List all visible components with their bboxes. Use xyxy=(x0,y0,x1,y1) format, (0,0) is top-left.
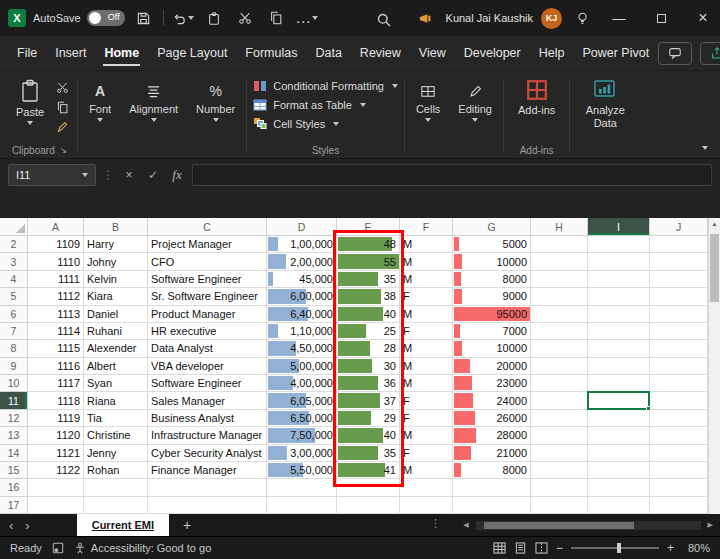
cell-F16[interactable] xyxy=(400,479,453,496)
cell-C10[interactable]: Software Engineer xyxy=(148,375,267,392)
cell-D14[interactable]: 3,00,000 xyxy=(267,445,337,462)
formula-input[interactable] xyxy=(192,164,712,186)
cell-A11[interactable]: 1118 xyxy=(28,392,84,409)
menu-tab-help[interactable]: Help xyxy=(530,36,574,70)
autosave-toggle[interactable]: Off xyxy=(87,10,125,26)
copy-quick-button[interactable] xyxy=(264,5,288,31)
cell-B8[interactable]: Alexender xyxy=(84,340,148,357)
paste-button[interactable]: Paste xyxy=(8,74,52,125)
search-button[interactable] xyxy=(372,7,396,33)
row-header-13[interactable]: 13 xyxy=(0,427,28,444)
cell-I3[interactable] xyxy=(588,253,650,270)
row-header-7[interactable]: 7 xyxy=(0,323,28,340)
cell-A3[interactable]: 1110 xyxy=(28,253,84,270)
cell-C9[interactable]: VBA developer xyxy=(148,358,267,375)
cell-C14[interactable]: Cyber Security Analyst xyxy=(148,445,267,462)
column-header-A[interactable]: A xyxy=(28,218,84,236)
sheet-tab-current-emi[interactable]: Current EMI xyxy=(77,514,169,536)
cell-B14[interactable]: Jenny xyxy=(84,445,148,462)
cell-E8[interactable]: 28 xyxy=(337,340,400,357)
cell-A8[interactable]: 1115 xyxy=(28,340,84,357)
excel-logo-icon[interactable]: X xyxy=(8,9,26,27)
cell-I14[interactable] xyxy=(588,445,650,462)
font-group-button[interactable]: A Font xyxy=(80,74,120,158)
cell-F2[interactable]: M xyxy=(400,236,453,253)
cut-button[interactable] xyxy=(56,81,69,94)
more-commands-button[interactable]: … xyxy=(295,5,319,31)
cell-E7[interactable]: 25 xyxy=(337,323,400,340)
cell-H6[interactable] xyxy=(531,306,588,323)
cell-F8[interactable]: M xyxy=(400,340,453,357)
cell-C2[interactable]: Project Manager xyxy=(148,236,267,253)
cell-J7[interactable] xyxy=(650,323,708,340)
enter-button[interactable]: ✓ xyxy=(144,164,162,186)
cell-H2[interactable] xyxy=(531,236,588,253)
cell-B7[interactable]: Ruhani xyxy=(84,323,148,340)
cell-I12[interactable] xyxy=(588,410,650,427)
format-painter-button[interactable] xyxy=(56,121,69,134)
comments-button[interactable] xyxy=(658,42,692,65)
cell-I17[interactable] xyxy=(588,497,650,514)
row-header-5[interactable]: 5 xyxy=(0,288,28,305)
tips-button[interactable] xyxy=(570,5,594,31)
undo-button[interactable] xyxy=(171,5,195,31)
cell-B5[interactable]: Kiara xyxy=(84,288,148,305)
cell-B10[interactable]: Syan xyxy=(84,375,148,392)
cell-H9[interactable] xyxy=(531,358,588,375)
cell-G8[interactable]: 10000 xyxy=(453,340,531,357)
cell-E9[interactable]: 30 xyxy=(337,358,400,375)
cell-I7[interactable] xyxy=(588,323,650,340)
name-box-chevron[interactable] xyxy=(82,173,88,177)
cell-C8[interactable]: Data Analyst xyxy=(148,340,267,357)
cell-E3[interactable]: 55 xyxy=(337,253,400,270)
conditional-formatting-button[interactable]: Conditional Formatting xyxy=(253,79,398,93)
row-header-12[interactable]: 12 xyxy=(0,410,28,427)
menu-tab-developer[interactable]: Developer xyxy=(455,36,530,70)
row-header-11[interactable]: 11 xyxy=(0,392,28,409)
cell-H5[interactable] xyxy=(531,288,588,305)
collapse-ribbon-button[interactable] xyxy=(702,146,708,150)
cell-A12[interactable]: 1119 xyxy=(28,410,84,427)
cell-F7[interactable]: F xyxy=(400,323,453,340)
add-ins-button[interactable]: Add-ins xyxy=(510,74,563,116)
cell-E11[interactable]: 37 xyxy=(337,392,400,409)
cell-J9[interactable] xyxy=(650,358,708,375)
cell-H3[interactable] xyxy=(531,253,588,270)
cell-E16[interactable] xyxy=(337,479,400,496)
cell-H4[interactable] xyxy=(531,271,588,288)
cell-C12[interactable]: Business Analyst xyxy=(148,410,267,427)
cell-J12[interactable] xyxy=(650,410,708,427)
cell-J16[interactable] xyxy=(650,479,708,496)
cell-A14[interactable]: 1121 xyxy=(28,445,84,462)
normal-view-button[interactable] xyxy=(493,542,506,554)
cell-J15[interactable] xyxy=(650,462,708,479)
cell-I8[interactable] xyxy=(588,340,650,357)
cell-E6[interactable]: 40 xyxy=(337,306,400,323)
cell-G6[interactable]: 95000 xyxy=(453,306,531,323)
horizontal-scroll-thumb[interactable] xyxy=(484,522,634,529)
cell-G16[interactable] xyxy=(453,479,531,496)
cell-B15[interactable]: Rohan xyxy=(84,462,148,479)
cell-A2[interactable]: 1109 xyxy=(28,236,84,253)
cell-J6[interactable] xyxy=(650,306,708,323)
name-box[interactable]: I11 xyxy=(8,164,96,186)
cell-H14[interactable] xyxy=(531,445,588,462)
cell-I5[interactable] xyxy=(588,288,650,305)
scroll-left-button[interactable]: ◀ xyxy=(460,521,471,529)
cell-J8[interactable] xyxy=(650,340,708,357)
column-header-D[interactable]: D xyxy=(267,218,337,236)
column-header-C[interactable]: C xyxy=(148,218,267,236)
column-header-B[interactable]: B xyxy=(84,218,148,236)
format-as-table-button[interactable]: Format as Table xyxy=(253,98,398,112)
avatar[interactable]: KJ xyxy=(541,8,562,29)
cell-F14[interactable]: F xyxy=(400,445,453,462)
select-all-corner[interactable] xyxy=(0,218,28,236)
cell-J4[interactable] xyxy=(650,271,708,288)
zoom-slider[interactable] xyxy=(571,547,659,549)
cell-C17[interactable] xyxy=(148,497,267,514)
cell-J17[interactable] xyxy=(650,497,708,514)
cells-group-button[interactable]: Cells xyxy=(407,74,449,158)
paste-dropdown-chevron[interactable] xyxy=(27,121,33,125)
share-button[interactable] xyxy=(700,42,720,65)
minimize-button[interactable]: — xyxy=(602,0,636,36)
